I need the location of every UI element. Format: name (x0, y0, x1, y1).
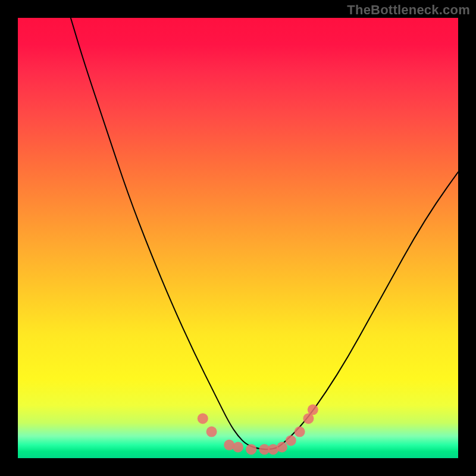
bottleneck-curve-path (71, 18, 458, 449)
data-marker (295, 427, 305, 437)
data-marker (233, 442, 243, 453)
watermark-text: TheBottleneck.com (347, 2, 470, 18)
chart-plot-area (18, 18, 458, 458)
data-marker (246, 444, 256, 455)
chart-frame: TheBottleneck.com (0, 0, 476, 476)
data-marker (198, 413, 208, 424)
data-marker (277, 442, 287, 453)
data-marker (308, 405, 318, 415)
data-marker (206, 427, 217, 437)
data-marker (286, 435, 296, 446)
chart-curve-svg (18, 18, 458, 458)
